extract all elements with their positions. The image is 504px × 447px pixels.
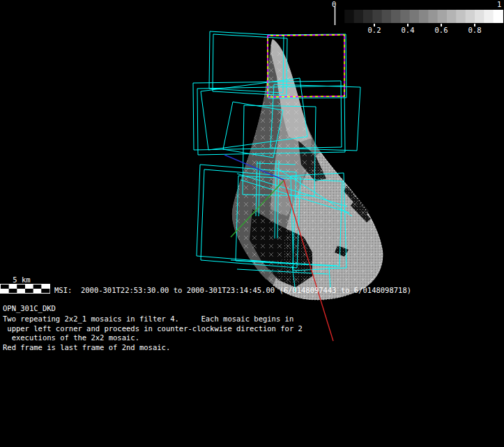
caption-line: upper left corner and proceeds in counte… — [3, 324, 303, 333]
colorbar-cell — [428, 10, 438, 23]
colorbar-cell — [447, 10, 457, 23]
scale-bar-checker — [1, 289, 9, 293]
colorbar-cell — [372, 10, 382, 23]
scale-bar-checker — [41, 285, 49, 289]
colorbar-cell — [354, 10, 364, 23]
scale-bar — [1, 285, 50, 294]
colorbar-cell — [456, 10, 466, 23]
colorbar-cell — [363, 10, 373, 23]
colorbar-cell — [344, 10, 354, 23]
colorbar-cell — [475, 10, 484, 23]
colorbar-cell — [335, 10, 345, 23]
colorbar-cell — [400, 10, 410, 23]
colorbar-tick-label: 0.8 — [468, 26, 482, 34]
scale-bar-checker — [33, 285, 42, 289]
observation-time-range: MSI: 2000-301T22:53:30.00 to 2000-301T23… — [54, 286, 411, 294]
colorbar-cell — [382, 10, 392, 23]
colorbar-cell — [494, 10, 503, 23]
colorbar-cell — [410, 10, 420, 23]
scale-bar-label: 5 km — [13, 275, 30, 284]
caption-line: Two repeating 2x2_1 mosaics in filter 4.… — [3, 315, 293, 323]
scale-bar-checker — [33, 289, 42, 293]
scale-bar-checker — [17, 285, 25, 289]
sequence-id: OPN_301C_DKD — [3, 304, 56, 312]
scale-bar-checker — [25, 285, 33, 289]
colorbar-max-label: 1 — [497, 0, 501, 8]
scale-bar-checker — [1, 285, 9, 289]
colorbar-cell — [438, 10, 448, 23]
colorbar-cell — [391, 10, 401, 23]
colorbar-cell — [484, 10, 494, 23]
colorbar-cell — [466, 10, 475, 23]
render-canvas — [0, 0, 504, 447]
scale-bar-checker — [9, 289, 17, 293]
colorbar-min-label: 0 — [332, 0, 336, 8]
caption-line: executions of the 2x2 mosaic. — [3, 333, 139, 342]
scale-bar-checker — [17, 289, 25, 293]
colorbar-cell — [419, 10, 429, 23]
colorbar-tick-label: 0.6 — [435, 26, 448, 34]
colorbar-tick-label: 0.4 — [402, 26, 415, 34]
scale-bar-checker — [25, 289, 33, 293]
colorbar-tick-label: 0.2 — [368, 26, 381, 34]
grayscale-colorbar — [335, 6, 503, 26]
scale-bar-checker — [9, 285, 17, 289]
scale-bar-checker — [41, 289, 49, 293]
visualization-window: 0 1 0.20.40.60.8 5 km MSI: 2000-301T22:5… — [0, 0, 504, 447]
caption-line: Red frame is last frame of 2nd mosaic. — [3, 343, 170, 351]
